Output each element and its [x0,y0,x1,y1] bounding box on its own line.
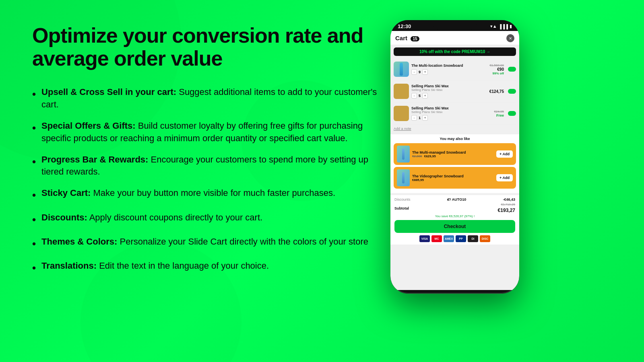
snowboard-icon-1 [400,63,403,76]
feature-bold-upsell: Upsell & Cross Sell in your cart: [41,87,176,97]
upsell-name-1: The Multi-managed Snowboard [412,150,494,154]
feature-text-discounts: Discounts: Apply discount coupons direct… [41,212,262,224]
feature-text-upsell: Upsell & Cross Sell in your cart: Sugges… [41,86,378,111]
visa-icon: VISA [419,235,430,242]
cart-header: Cart 15 ✕ [390,31,519,45]
feature-text-sticky: Sticky Cart: Make your buy button more v… [41,187,335,200]
payment-icons-row: VISA MC AMEX PP DI DISC [394,235,515,242]
upsell-price-2: €885,95 [412,178,424,182]
qty-decrease-1[interactable]: - [411,69,417,75]
item-old-price-3: €24,95 [494,110,504,113]
item-image-2 [394,84,409,99]
upsell-details-2: The Videographer Snowboard €885,95 [412,174,494,182]
subtotal-values: €3,710.25 €193,27 [498,203,515,214]
feature-item-progress: • Progress Bar & Rewards: Encourage your… [32,154,378,179]
wifi-icon: ▾▲ [490,24,497,29]
feature-bold-progress: Progress Bar & Rewards: [41,154,148,165]
checkout-button[interactable]: Checkout [394,220,515,233]
phone-mockup: 12:30 ▾▲ ▐▐▐ ▮ Cart 15 ✕ 10% [390,20,519,294]
subtotal-new: €193,27 [498,208,515,213]
discount-tag-icon: 🏷 [447,197,451,202]
bullet-sticky: • [32,188,36,202]
feature-item-discounts: • Discounts: Apply discount coupons dire… [32,212,378,227]
cart-close-button[interactable]: ✕ [506,34,514,42]
item-qty-2: - 5 + [411,93,487,99]
add-note-link[interactable]: Add a note [390,125,519,133]
discount-code: 🏷 AUTO10 [447,197,466,202]
feature-bold-themes: Themes & Colors: [41,237,117,247]
subtotal-old: €3,710.25 [498,203,515,206]
discount-code-value: AUTO10 [452,197,466,202]
feature-item-upsell: • Upsell & Cross Sell in your cart: Sugg… [32,86,378,111]
item-image-3 [394,106,409,121]
item-details-1: The Multi-location Snowboard - 9 + [411,64,487,75]
discover-icon: DISC [480,235,490,242]
mastercard-icon: MC [431,235,442,242]
paypal-icon: PP [456,235,466,242]
bullet-themes: • [32,237,36,251]
savings-text: You save €6,526,97 (97%) ! [394,214,515,218]
feature-text-progress: Progress Bar & Rewards: Encourage your c… [41,154,378,179]
phone-screen: Cart 15 ✕ 10% off with the code PREMIUM1… [390,31,519,290]
diners-icon: DI [468,235,478,242]
upsell-snowboard-1 [402,148,405,160]
upsell-item-1: The Multi-managed Snowboard €2,000 €629,… [394,143,516,165]
cart-count-badge: 15 [411,36,419,41]
item-new-price-1: €90 [489,67,504,72]
feature-bold-gifts: Special Offers & Gifts: [41,121,136,131]
feature-item-gifts: • Special Offers & Gifts: Build customer… [32,120,378,145]
qty-decrease-2[interactable]: - [411,93,417,99]
item-discount-1: 99% off [489,72,504,75]
upsell-add-button-2[interactable]: + Add [496,174,513,181]
amex-icon: AMEX [444,235,454,242]
qty-increase-1[interactable]: + [422,69,428,75]
features-list: • Upsell & Cross Sell in your cart: Sugg… [32,86,378,275]
item-sub-2: Selling Plans Ski Wax [411,88,487,92]
feature-text-themes: Themes & Colors: Personalize your Slide … [41,236,368,248]
upsell-prices-2: €885,95 [412,178,494,182]
item-price-2: €124,75 [489,89,504,94]
upsell-image-2 [397,169,410,186]
left-section: Optimize your conversion rate and averag… [32,20,378,276]
cart-item-3: Selling Plans Ski Wax Selling Plans Ski … [394,103,516,125]
qty-decrease-3[interactable]: - [411,115,417,121]
discount-amount: -€46,43 [503,197,515,202]
feature-bold-translations: Translations: [41,261,97,271]
cart-items-list: The Multi-location Snowboard - 9 + €1,56… [390,58,519,125]
bullet-discounts: • [32,212,36,227]
feature-item-translations: • Translations: Edit the text in the lan… [32,260,378,275]
right-section: 12:30 ▾▲ ▐▐▐ ▮ Cart 15 ✕ 10% [378,20,531,294]
qty-increase-3[interactable]: + [422,115,428,121]
qty-value-3: 1 [419,116,421,120]
discount-row: Discounts 🏷 AUTO10 -€46,43 [394,197,515,202]
cart-label: Cart [395,35,407,41]
qty-increase-2[interactable]: + [422,93,428,99]
bullet-gifts: • [32,121,36,135]
bullet-translations: • [32,261,36,275]
cart-title-area: Cart 15 [395,35,419,42]
feature-bold-discounts: Discounts: [41,212,87,222]
feature-bold-sticky: Sticky Cart: [41,188,91,198]
promo-banner[interactable]: 10% off with the code PREMIUM10 → [394,47,516,56]
item-toggle-3[interactable] [508,111,516,116]
item-name-2: Selling Plans Ski Wax [411,84,487,88]
upsell-item-2: The Videographer Snowboard €885,95 + Add [394,167,516,189]
upsell-old-price-1: €2,000 [412,154,422,158]
item-new-price-2: €124,75 [489,89,504,94]
page-title: Optimize your conversion rate and averag… [32,24,378,70]
upsell-prices-1: €2,000 €629,95 [412,154,494,158]
item-toggle-2[interactable] [508,89,516,94]
item-sub-3: Selling Plans Ski Wax [411,110,492,114]
signal-icon: ▐▐▐ [499,24,508,29]
item-toggle-1[interactable] [508,67,516,72]
subtotal-row: Subtotal €3,710.25 €193,27 [394,203,515,214]
bullet-upsell: • [32,87,36,101]
upsell-details-1: The Multi-managed Snowboard €2,000 €629,… [412,150,494,158]
cart-footer: Discounts 🏷 AUTO10 -€46,43 Subtotal €3,7… [390,195,519,245]
upsell-section: You may also like The Multi-managed Snow… [390,134,519,193]
bullet-progress: • [32,154,36,169]
item-name-1: The Multi-location Snowboard [411,64,487,68]
item-qty-1: - 9 + [411,69,487,75]
item-details-3: Selling Plans Ski Wax Selling Plans Ski … [411,106,492,121]
upsell-add-button-1[interactable]: + Add [496,150,513,158]
